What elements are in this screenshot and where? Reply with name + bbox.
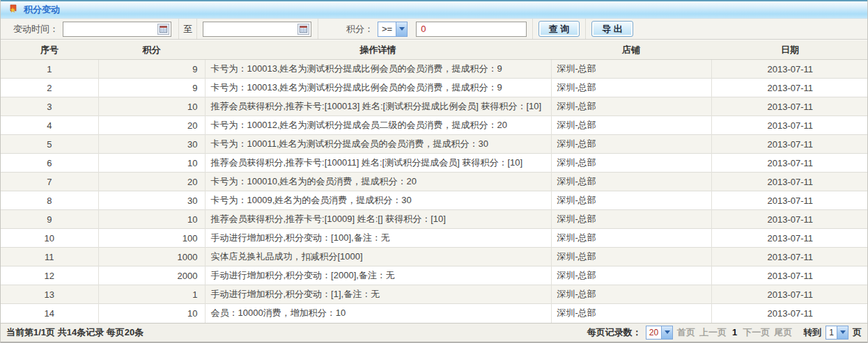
points-label: 积分： <box>346 23 373 35</box>
points-value: 0 <box>421 24 426 34</box>
col-header-points: 积分 <box>98 40 205 60</box>
chevron-down-icon <box>837 326 848 339</box>
cell-store: 深圳-总部 <box>551 285 711 304</box>
chevron-down-icon <box>396 22 407 36</box>
cell-store: 深圳-总部 <box>551 248 711 266</box>
page-suffix-label: 页 <box>853 326 862 339</box>
export-button[interactable]: 导 出 <box>591 21 633 37</box>
next-page-link[interactable]: 下一页 <box>743 326 770 339</box>
cell-store: 深圳-总部 <box>551 79 711 97</box>
operator-value: >= <box>378 22 396 36</box>
cell-store: 深圳-总部 <box>551 116 711 135</box>
cell-detail: 实体店兑换礼品成功，扣减积分[1000] <box>205 248 551 266</box>
filter-time-end-cell <box>197 19 318 39</box>
cell-detail: 卡号为：100012,姓名为测试积分提成会员二级的会员消费，提成积分：20 <box>205 116 551 135</box>
cell-no: 12 <box>1 266 98 285</box>
cell-detail: 手动进行增加积分,积分变动：[2000],备注：无 <box>205 266 551 285</box>
table-row: 29卡号为：100013,姓名为测试积分提成比例会员的会员消费，提成积分：9深圳… <box>1 79 868 97</box>
col-header-detail: 操作详情 <box>205 40 551 60</box>
cell-detail: 推荐会员获得积分,推荐卡号:[100011] 姓名:[测试积分提成会员] 获得积… <box>205 154 551 173</box>
table-row: 830卡号为：10009,姓名为的会员消费，提成积分：30深圳-总部2013-0… <box>1 191 868 210</box>
table-row: 910推荐会员获得积分,推荐卡号:[10009] 姓名:[] 获得积分：[10]… <box>1 210 868 229</box>
cell-store: 深圳-总部 <box>551 304 711 323</box>
cell-date: 2013-07-11 <box>711 285 868 304</box>
cell-points: 9 <box>98 79 205 97</box>
cell-points: 2000 <box>98 266 205 285</box>
table-row: 530卡号为：100011,姓名为测试积分提成会员的会员消费，提成积分：30深圳… <box>1 135 868 154</box>
cell-detail: 卡号为：100010,姓名为的会员消费，提成积分：20 <box>205 173 551 191</box>
cell-no: 7 <box>1 173 98 191</box>
cell-points: 20 <box>98 173 205 191</box>
cell-no: 2 <box>1 79 98 97</box>
table-row: 1410会员：10000消费，增加积分：10深圳-总部2013-07-11 <box>1 304 868 323</box>
page-size-value: 20 <box>646 326 661 339</box>
prev-page-link[interactable]: 上一页 <box>699 326 727 339</box>
cell-detail: 手动进行增加积分,积分变动：[100],备注：无 <box>205 229 551 248</box>
cell-points: 10 <box>98 210 205 229</box>
cell-store: 深圳-总部 <box>551 135 711 154</box>
cell-date: 2013-07-11 <box>711 135 868 154</box>
last-page-link[interactable]: 尾页 <box>774 326 792 339</box>
cell-points: 100 <box>98 229 205 248</box>
cell-no: 6 <box>1 154 98 173</box>
filter-time-cell: 变动时间： <box>1 19 179 39</box>
cell-date: 2013-07-11 <box>711 60 868 79</box>
cell-date: 2013-07-11 <box>711 210 868 229</box>
query-button[interactable]: 查 询 <box>538 21 580 37</box>
col-header-no: 序号 <box>1 40 98 60</box>
cell-store: 深圳-总部 <box>551 60 711 79</box>
cell-points: 20 <box>98 116 205 135</box>
goto-page-select[interactable]: 1 <box>826 326 848 340</box>
col-header-date: 日期 <box>711 40 868 60</box>
cell-points: 30 <box>98 135 205 154</box>
cell-points: 10 <box>98 304 205 323</box>
operator-select[interactable]: >= <box>378 22 408 37</box>
cell-no: 9 <box>1 210 98 229</box>
calendar-icon[interactable] <box>157 24 169 35</box>
cell-no: 8 <box>1 191 98 210</box>
table-row: 111000实体店兑换礼品成功，扣减积分[1000]深圳-总部2013-07-1… <box>1 248 868 266</box>
date-from-input[interactable] <box>63 22 171 37</box>
query-cell: 查 询 <box>533 19 586 39</box>
cell-detail: 推荐会员获得积分,推荐卡号:[10009] 姓名:[] 获得积分：[10] <box>205 210 551 229</box>
cell-detail: 卡号为：100013,姓名为测试积分提成比例会员的会员消费，提成积分：9 <box>205 60 551 79</box>
cell-date: 2013-07-11 <box>711 79 868 97</box>
cell-no: 4 <box>1 116 98 135</box>
calendar-icon[interactable] <box>297 24 309 35</box>
goto-page-value: 1 <box>826 326 837 339</box>
table-body: 19卡号为：100013,姓名为测试积分提成比例会员的会员消费，提成积分：9深圳… <box>1 60 868 323</box>
goto-label: 转到 <box>803 326 821 339</box>
cell-detail: 手动进行增加积分,积分变动：[1],备注：无 <box>205 285 551 304</box>
export-cell: 导 出 <box>586 19 639 39</box>
cell-detail: 推荐会员获得积分,推荐卡号:[100013] 姓名:[测试积分提成比例会员] 获… <box>205 97 551 116</box>
table-row: 19卡号为：100013,姓名为测试积分提成比例会员的会员消费，提成积分：9深圳… <box>1 60 868 79</box>
col-header-store: 店铺 <box>551 40 711 60</box>
cell-no: 3 <box>1 97 98 116</box>
cell-no: 1 <box>1 60 98 79</box>
filter-bar: 变动时间： 至 <box>1 19 867 40</box>
medal-icon <box>8 4 19 15</box>
cell-store: 深圳-总部 <box>551 191 711 210</box>
first-page-link[interactable]: 首页 <box>677 326 695 339</box>
points-change-window: 积分变动 变动时间： 至 <box>0 0 868 343</box>
page-size-select[interactable]: 20 <box>646 326 673 340</box>
cell-no: 13 <box>1 285 98 304</box>
table-row: 420卡号为：100012,姓名为测试积分提成会员二级的会员消费，提成积分：20… <box>1 116 868 135</box>
cell-points: 10 <box>98 154 205 173</box>
pagination-bar: 当前第1/1页 共14条记录 每页20条 每页记录数： 20 首页 上一页 1 … <box>1 323 867 343</box>
table-row: 610推荐会员获得积分,推荐卡号:[100011] 姓名:[测试积分提成会员] … <box>1 154 868 173</box>
chevron-down-icon <box>661 326 672 339</box>
cell-store: 深圳-总部 <box>551 97 711 116</box>
page-title: 积分变动 <box>24 3 60 16</box>
points-value-input[interactable]: 0 <box>416 22 527 37</box>
cell-no: 11 <box>1 248 98 266</box>
pager-controls: 每页记录数： 20 首页 上一页 1 下一页 尾页 转到 1 页 <box>587 326 862 340</box>
table-header: 序号 积分 操作详情 店铺 日期 <box>1 40 868 60</box>
filter-to-cell: 至 <box>179 19 197 39</box>
cell-date: 2013-07-11 <box>711 116 868 135</box>
table-row: 720卡号为：100010,姓名为的会员消费，提成积分：20深圳-总部2013-… <box>1 173 868 191</box>
to-label: 至 <box>183 23 192 35</box>
date-to-input[interactable] <box>203 22 311 37</box>
table-row: 131手动进行增加积分,积分变动：[1],备注：无深圳-总部2013-07-11 <box>1 285 868 304</box>
cell-points: 1 <box>98 285 205 304</box>
